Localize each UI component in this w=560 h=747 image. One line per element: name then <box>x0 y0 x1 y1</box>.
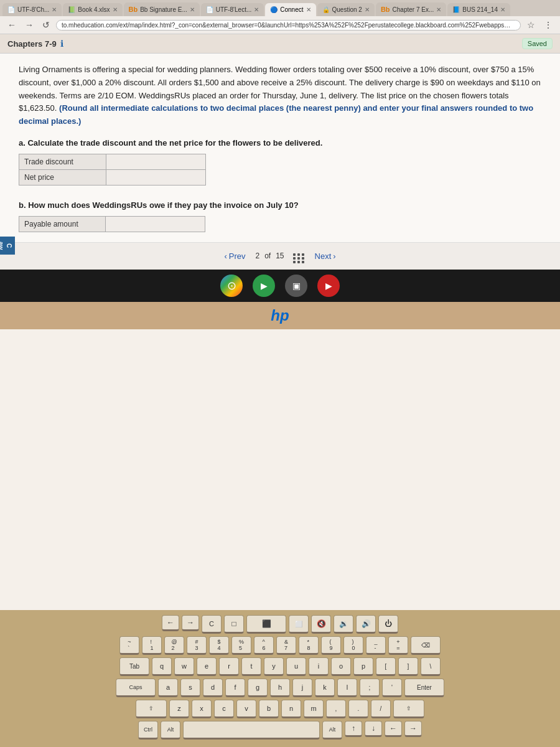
key-6[interactable]: ^6 <box>254 636 274 655</box>
key-b[interactable]: b <box>259 700 279 718</box>
close-tab-book4[interactable]: ✕ <box>113 6 118 13</box>
close-tab-connect[interactable]: ✕ <box>306 6 311 13</box>
key-l[interactable]: l <box>337 679 357 697</box>
payable-amount-input[interactable] <box>110 220 201 229</box>
close-tab-bbsig[interactable]: ✕ <box>190 6 195 13</box>
key-w[interactable]: w <box>174 657 194 676</box>
tab-question2[interactable]: 🔒 Question 2 ✕ <box>317 3 375 16</box>
key-shift-right[interactable]: ⇧ <box>393 700 424 718</box>
key-u[interactable]: u <box>286 657 306 676</box>
close-tab-bus214[interactable]: ✕ <box>500 6 505 13</box>
key-backspace[interactable]: ⌫ <box>411 636 441 655</box>
trade-discount-input-cell[interactable] <box>106 154 206 169</box>
key-comma[interactable]: , <box>326 700 346 718</box>
key-4[interactable]: $4 <box>209 636 229 655</box>
key-h[interactable]: h <box>270 679 290 697</box>
tab-utf8lec[interactable]: 📄 UTF-8'Lect... ✕ <box>201 3 264 16</box>
key-3[interactable]: #3 <box>187 636 207 655</box>
key-a[interactable]: a <box>158 679 178 697</box>
key-bracket-open[interactable]: [ <box>376 657 396 676</box>
key-2[interactable]: @2 <box>164 636 184 655</box>
key-s[interactable]: s <box>180 679 200 697</box>
key-period[interactable]: . <box>348 700 368 718</box>
key-equals[interactable]: += <box>388 636 408 655</box>
tab-book4[interactable]: 📗 Book 4.xlsx ✕ <box>63 3 122 16</box>
record-button[interactable]: ▶ <box>317 275 340 297</box>
key-5[interactable]: %5 <box>231 636 251 655</box>
close-tab-chapter7[interactable]: ✕ <box>436 6 441 13</box>
key-capslock[interactable]: Caps <box>116 679 156 697</box>
key-g[interactable]: g <box>248 679 268 697</box>
key-brightness-down[interactable]: ⬛ <box>246 615 286 634</box>
key-enter[interactable]: Enter <box>404 679 444 697</box>
key-f[interactable]: f <box>225 679 245 697</box>
info-icon[interactable]: ℹ <box>60 39 63 49</box>
key-bracket-close[interactable]: ] <box>398 657 418 676</box>
key-i[interactable]: i <box>309 657 329 676</box>
key-q[interactable]: q <box>152 657 172 676</box>
key-z[interactable]: z <box>169 700 189 718</box>
key-m[interactable]: m <box>304 700 324 718</box>
key-brightness-up[interactable]: ⬜ <box>289 615 309 634</box>
menu-button[interactable]: ⋮ <box>541 19 555 31</box>
key-v[interactable]: v <box>236 700 256 718</box>
key-shift-left[interactable]: ⇧ <box>136 700 167 718</box>
key-semicolon[interactable]: ; <box>360 679 380 697</box>
close-tab-question2[interactable]: ✕ <box>365 6 370 13</box>
key-r[interactable]: r <box>219 657 239 676</box>
key-1[interactable]: !1 <box>142 636 162 655</box>
key-alt-left[interactable]: Alt <box>161 721 180 740</box>
net-price-input[interactable] <box>111 173 200 182</box>
key-backslash[interactable]: \ <box>421 657 441 676</box>
key-ctrl-left[interactable]: Ctrl <box>138 721 158 740</box>
doc-button[interactable]: ▣ <box>285 275 307 297</box>
grid-icon[interactable] <box>293 249 305 263</box>
key-e[interactable]: e <box>197 657 217 676</box>
prev-button[interactable]: ‹ Prev <box>224 251 245 261</box>
key-vol-mute[interactable]: 🔇 <box>311 615 331 634</box>
key-k[interactable]: k <box>315 679 335 697</box>
key-forward-arrow[interactable]: → <box>182 615 199 631</box>
next-button[interactable]: Next › <box>315 251 336 261</box>
key-slash[interactable]: / <box>371 700 391 718</box>
key-space[interactable] <box>183 721 320 740</box>
net-price-input-cell[interactable] <box>106 169 206 185</box>
key-c[interactable]: c <box>214 700 234 718</box>
back-button[interactable]: ← <box>5 19 19 31</box>
close-tab-utf8lec[interactable]: ✕ <box>254 6 259 13</box>
key-minus[interactable]: _- <box>366 636 386 655</box>
key-alt-right[interactable]: Alt <box>322 721 342 740</box>
tab-bbsig[interactable]: Bb Bb Signature E... ✕ <box>124 2 200 16</box>
close-tab-utf8ch[interactable]: ✕ <box>52 6 57 13</box>
key-7[interactable]: &7 <box>276 636 296 655</box>
key-vol-down[interactable]: 🔉 <box>334 615 353 634</box>
chrome-media-button[interactable]: ⊙ <box>220 275 243 297</box>
key-8[interactable]: *8 <box>299 636 319 655</box>
play-button[interactable]: ▶ <box>253 275 275 297</box>
tab-bus214[interactable]: 📘 BUS 214_14 ✕ <box>447 3 510 16</box>
key-9[interactable]: (9 <box>321 636 341 655</box>
key-o[interactable]: o <box>331 657 351 676</box>
address-input[interactable]: to.mheducation.com/ext/map/index.html?_c… <box>56 20 521 31</box>
tab-chapter7[interactable]: Bb Chapter 7 Ex... ✕ <box>376 2 446 16</box>
key-y[interactable]: y <box>264 657 284 676</box>
key-n[interactable]: n <box>281 700 301 718</box>
key-screenshot[interactable]: □ <box>224 615 244 634</box>
key-tab[interactable]: Tab <box>119 657 149 676</box>
key-p[interactable]: p <box>353 657 373 676</box>
key-left-arrow[interactable]: ← <box>385 721 402 737</box>
tab-connect[interactable]: 🔵 Connect ✕ <box>265 3 315 16</box>
key-0[interactable]: )0 <box>343 636 363 655</box>
reload-button[interactable]: ↺ <box>40 19 52 31</box>
key-t[interactable]: t <box>241 657 261 676</box>
key-vol-up[interactable]: 🔊 <box>356 615 376 634</box>
key-up-arrow[interactable]: ↑ <box>345 721 362 737</box>
tab-utf8ch[interactable]: 📄 UTF-8'Ch... ✕ <box>2 3 62 16</box>
trade-discount-input[interactable] <box>111 157 200 166</box>
key-quote[interactable]: ' <box>382 679 402 697</box>
key-j[interactable]: j <box>292 679 312 697</box>
star-button[interactable]: ☆ <box>525 19 538 31</box>
key-c-reload[interactable]: C <box>202 615 222 634</box>
key-down-arrow[interactable]: ↓ <box>365 721 382 737</box>
key-power[interactable]: ⏻ <box>378 615 398 634</box>
